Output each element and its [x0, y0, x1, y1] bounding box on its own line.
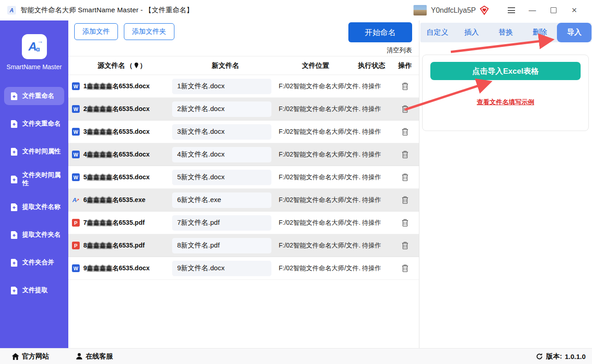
new-filename-input[interactable]	[172, 261, 271, 276]
home-icon	[12, 353, 19, 360]
file-plus-icon	[11, 120, 18, 128]
new-filename-input[interactable]	[172, 215, 271, 231]
status-text: 待操作	[362, 219, 381, 226]
rename-mode-tabs: 自定义插入替换删除导入	[420, 23, 592, 42]
source-filename: 7鑫鑫鑫鑫名6535.pdf	[83, 219, 145, 227]
status-cell: 待操作	[352, 105, 391, 113]
delete-row-button[interactable]	[401, 150, 409, 159]
close-button[interactable]: ×	[564, 3, 585, 18]
trash-icon	[402, 105, 408, 113]
sidebar-item-label: 文件夹合并	[22, 258, 54, 267]
start-rename-button[interactable]: 开始命名	[348, 22, 412, 42]
online-support-link[interactable]: 在线客服	[76, 352, 113, 361]
file-location-cell: F:/02智能文件命名大师/文件.	[279, 196, 352, 204]
new-filename-cell	[172, 147, 279, 162]
source-filename-cell: W 4鑫鑫鑫鑫名6535.docx	[72, 151, 172, 159]
file-type-icon: P	[72, 242, 80, 249]
hamburger-icon	[508, 7, 515, 13]
action-cell	[391, 241, 419, 250]
new-filename-input[interactable]	[172, 79, 271, 94]
file-location: F:/02智能文件命名大师/文件.	[279, 128, 361, 135]
footer: 官方网站 在线客服 版本: 1.0.1.0	[0, 348, 592, 364]
trash-icon	[402, 219, 408, 227]
new-filename-cell	[172, 261, 279, 276]
username[interactable]: Y0ndfcLlya5P	[431, 6, 476, 15]
table-row: W 1鑫鑫鑫鑫名6535.docx F:/02智能文件命名大师/文件. 待操作	[68, 75, 419, 98]
sidebar-item-label: 提取文件名称	[22, 203, 61, 211]
delete-row-button[interactable]	[401, 81, 409, 91]
header-status: 执行状态	[352, 61, 391, 70]
pin-icon	[134, 62, 139, 69]
source-filename: 8鑫鑫鑫鑫名6535.pdf	[83, 242, 145, 250]
file-plus-icon	[11, 148, 18, 156]
new-filename-input[interactable]	[172, 170, 271, 185]
delete-row-button[interactable]	[401, 127, 409, 136]
new-filename-input[interactable]	[172, 192, 271, 208]
delete-row-button[interactable]	[401, 241, 409, 250]
trash-icon	[402, 264, 408, 272]
refresh-icon[interactable]	[536, 353, 543, 360]
user-avatar[interactable]	[413, 5, 427, 15]
add-folder-button[interactable]: 添加文件夹	[124, 23, 174, 40]
new-filename-input[interactable]	[172, 124, 271, 140]
source-filename-cell: W 9鑫鑫鑫鑫名6535.docx	[72, 264, 172, 273]
delete-row-button[interactable]	[401, 218, 409, 228]
delete-row-button[interactable]	[401, 172, 409, 182]
clear-list-button[interactable]: 清空列表	[387, 46, 412, 55]
app-name: SmartName Master	[0, 63, 68, 71]
status-cell: 待操作	[352, 218, 391, 227]
official-site-link[interactable]: 官方网站	[12, 352, 49, 361]
sidebar-item-文件重命名[interactable]: 文件重命名	[4, 87, 64, 105]
file-type-icon: W	[72, 82, 80, 90]
tab-自定义[interactable]: 自定义	[420, 23, 454, 42]
tab-删除[interactable]: 删除	[523, 23, 557, 42]
file-location: F:/02智能文件命名大师/文件.	[279, 151, 361, 158]
action-cell	[391, 218, 419, 228]
new-filename-cell	[172, 101, 279, 117]
source-filename-cell: W 1鑫鑫鑫鑫名6535.docx	[72, 82, 172, 91]
action-cell	[391, 104, 419, 114]
delete-row-button[interactable]	[401, 104, 409, 114]
file-location: F:/02智能文件命名大师/文件.	[279, 173, 361, 181]
add-file-button[interactable]: 添加文件	[74, 23, 118, 40]
file-location-cell: F:/02智能文件命名大师/文件.	[279, 82, 352, 91]
new-filename-cell	[172, 124, 279, 140]
table-row: P 8鑫鑫鑫鑫名6535.pdf F:/02智能文件命名大师/文件. 待操作	[68, 234, 419, 257]
sidebar-item-文件夹重命名[interactable]: 文件夹重命名	[4, 115, 64, 133]
status-text: 待操作	[362, 128, 381, 135]
vip-badge-icon[interactable]	[480, 5, 489, 15]
source-filename-cell: A↗ 6鑫鑫鑫鑫名6535.exe	[72, 196, 172, 204]
sidebar-item-文件时间属性[interactable]: 文件时间属性	[4, 142, 64, 161]
table-row: P 7鑫鑫鑫鑫名6535.pdf F:/02智能文件命名大师/文件. 待操作	[68, 212, 419, 234]
status-text: 待操作	[362, 196, 381, 203]
status-text: 待操作	[362, 82, 381, 90]
new-filename-input[interactable]	[172, 147, 271, 162]
tab-插入[interactable]: 插入	[454, 23, 489, 42]
file-location-cell: F:/02智能文件命名大师/文件.	[279, 127, 352, 136]
source-filename: 5鑫鑫鑫鑫名6535.docx	[83, 173, 150, 182]
tab-替换[interactable]: 替换	[489, 23, 523, 42]
file-plus-icon	[11, 231, 18, 239]
filename-example-link[interactable]: 查看文件名填写示例	[423, 98, 588, 106]
new-filename-input[interactable]	[172, 101, 271, 117]
new-filename-input[interactable]	[172, 238, 271, 253]
app-icon: A	[7, 6, 16, 15]
delete-row-button[interactable]	[401, 195, 409, 205]
sidebar-item-文件夹合并[interactable]: 文件夹合并	[4, 253, 64, 272]
table-row: W 5鑫鑫鑫鑫名6535.docx F:/02智能文件命名大师/文件. 待操作	[68, 166, 419, 189]
delete-row-button[interactable]	[401, 263, 409, 273]
menu-button[interactable]	[501, 3, 522, 18]
trash-icon	[402, 151, 408, 158]
sidebar-item-文件夹时间属性[interactable]: 文件夹时间属性	[4, 170, 64, 188]
new-filename-cell	[172, 192, 279, 208]
maximize-button[interactable]	[543, 3, 564, 18]
tab-导入[interactable]: 导入	[557, 23, 592, 42]
minimize-button[interactable]: —	[522, 3, 543, 18]
sidebar-item-提取文件夹名[interactable]: 提取文件夹名	[4, 226, 64, 244]
file-type-icon: W	[72, 128, 80, 136]
sidebar-item-提取文件名称[interactable]: 提取文件名称	[4, 198, 64, 216]
import-excel-button[interactable]: 点击导入Excel表格	[430, 62, 581, 80]
file-location-cell: F:/02智能文件命名大师/文件.	[279, 218, 352, 227]
sidebar-item-文件提取[interactable]: 文件提取	[4, 281, 64, 299]
source-filename-cell: W 2鑫鑫鑫鑫名6535.docx	[72, 105, 172, 113]
